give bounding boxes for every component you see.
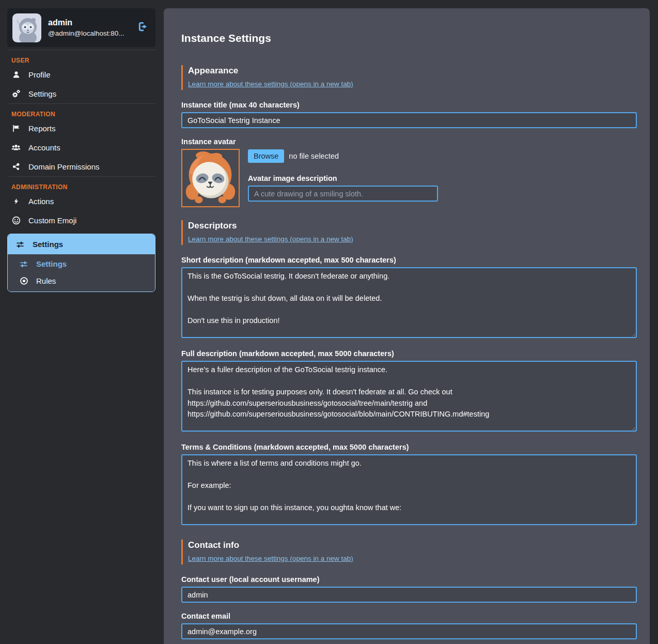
contact-email-label: Contact email xyxy=(181,612,637,620)
instance-avatar-label: Instance avatar xyxy=(181,137,637,146)
sliders-icon xyxy=(15,240,25,249)
user-meta: admin @admin@localhost:80... xyxy=(48,18,124,37)
submenu-item-label: Rules xyxy=(36,277,56,285)
instance-title-field: Instance title (max 40 characters) xyxy=(181,101,637,128)
settings-selected-block: Settings Settings xyxy=(7,234,155,292)
avatar-description-label: Avatar image description xyxy=(248,174,438,182)
descriptors-heading: Descriptors xyxy=(188,221,637,231)
user-avatar xyxy=(12,13,41,42)
avatar-description-input[interactable] xyxy=(248,186,438,202)
contact-section-header: Contact info Learn more about these sett… xyxy=(181,540,637,564)
sidebar-nav: USER Profile xyxy=(7,50,155,292)
sidebar-item-label: Reports xyxy=(28,124,56,133)
contact-user-label: Contact user (local account username) xyxy=(181,575,637,584)
flag-icon xyxy=(11,124,21,133)
sloth-avatar-icon xyxy=(12,13,41,42)
nav-category-moderation: MODERATION xyxy=(7,104,155,119)
file-status-text: no file selected xyxy=(289,152,339,160)
dot-circle-icon xyxy=(19,277,28,285)
terms-label: Terms & Conditions (markdown accepted, m… xyxy=(181,443,637,451)
sidebar-item-label: Actions xyxy=(28,197,54,206)
sidebar-item-accounts[interactable]: Accounts xyxy=(7,138,155,157)
nav-category-administration: ADMINISTRATION xyxy=(7,177,155,192)
submenu-item-rules[interactable]: Rules xyxy=(8,272,155,289)
instance-settings-panel: Instance Settings Appearance Learn more … xyxy=(164,8,650,644)
contact-learn-more-link[interactable]: Learn more about these settings (opens i… xyxy=(188,555,353,562)
full-description-field: Full description (markdown accepted, max… xyxy=(181,349,637,432)
smiley-icon xyxy=(11,216,21,225)
sidebar-item-label: Custom Emoji xyxy=(28,216,76,225)
contact-heading: Contact info xyxy=(188,540,637,550)
instance-avatar-block: Instance avatar xyxy=(181,137,637,207)
user-icon xyxy=(11,70,21,79)
bolt-icon xyxy=(11,197,21,206)
users-icon xyxy=(11,143,21,152)
short-description-label: Short description (markdown accepted, ma… xyxy=(181,256,637,264)
sidebar-item-profile[interactable]: Profile xyxy=(7,65,155,84)
instance-title-label: Instance title (max 40 characters) xyxy=(181,101,637,109)
instance-avatar-image xyxy=(181,149,240,207)
avatar-controls: Browse no file selected Avatar image des… xyxy=(248,149,438,207)
terms-field: Terms & Conditions (markdown accepted, m… xyxy=(181,443,637,525)
sidebar-item-label: Settings xyxy=(28,89,56,98)
user-handle: @admin@localhost:80... xyxy=(48,29,124,37)
appearance-heading: Appearance xyxy=(188,66,637,76)
user-name: admin xyxy=(48,18,124,27)
settings-submenu: Settings Rules xyxy=(8,254,155,292)
appearance-learn-more-link[interactable]: Learn more about these settings (opens i… xyxy=(188,80,353,88)
terms-textarea[interactable] xyxy=(181,454,637,525)
instance-title-input[interactable] xyxy=(181,112,637,128)
share-nodes-icon xyxy=(11,162,21,171)
gears-icon xyxy=(11,89,21,98)
submenu-item-settings[interactable]: Settings xyxy=(8,255,155,272)
sidebar-item-label: Accounts xyxy=(28,143,60,152)
sign-out-icon[interactable] xyxy=(137,21,149,35)
sidebar-item-domain-permissions[interactable]: Domain Permissions xyxy=(7,157,155,176)
descriptors-section-header: Descriptors Learn more about these setti… xyxy=(181,220,637,245)
contact-email-field: Contact email xyxy=(181,612,637,639)
submenu-item-label: Settings xyxy=(36,259,67,268)
app: admin @admin@localhost:80... USER xyxy=(0,0,658,644)
sloth-avatar-orange-icon xyxy=(182,150,239,206)
short-description-field: Short description (markdown accepted, ma… xyxy=(181,256,637,338)
sidebar-item-label: Domain Permissions xyxy=(28,162,100,171)
full-description-label: Full description (markdown accepted, max… xyxy=(181,349,637,358)
sidebar-item-label: Profile xyxy=(28,70,51,79)
sidebar-item-user-settings[interactable]: Settings xyxy=(7,84,155,103)
descriptors-learn-more-link[interactable]: Learn more about these settings (opens i… xyxy=(188,235,353,243)
contact-user-input[interactable] xyxy=(181,587,637,603)
sidebar-item-actions[interactable]: Actions xyxy=(7,192,155,211)
nav-category-user: USER xyxy=(7,50,155,65)
appearance-section-header: Appearance Learn more about these settin… xyxy=(181,65,637,90)
page-title: Instance Settings xyxy=(181,32,637,44)
sidebar: admin @admin@localhost:80... USER xyxy=(0,0,164,292)
sidebar-item-admin-settings[interactable]: Settings xyxy=(8,234,155,254)
sliders-icon xyxy=(19,260,28,268)
browse-button[interactable]: Browse xyxy=(248,149,284,163)
contact-user-field: Contact user (local account username) xyxy=(181,575,637,603)
sidebar-item-reports[interactable]: Reports xyxy=(7,119,155,138)
short-description-textarea[interactable] xyxy=(181,267,637,338)
full-description-textarea[interactable] xyxy=(181,361,637,432)
sidebar-item-label: Settings xyxy=(33,240,63,249)
sidebar-item-custom-emoji[interactable]: Custom Emoji xyxy=(7,211,155,230)
contact-email-input[interactable] xyxy=(181,623,637,639)
user-card[interactable]: admin @admin@localhost:80... xyxy=(7,8,155,47)
